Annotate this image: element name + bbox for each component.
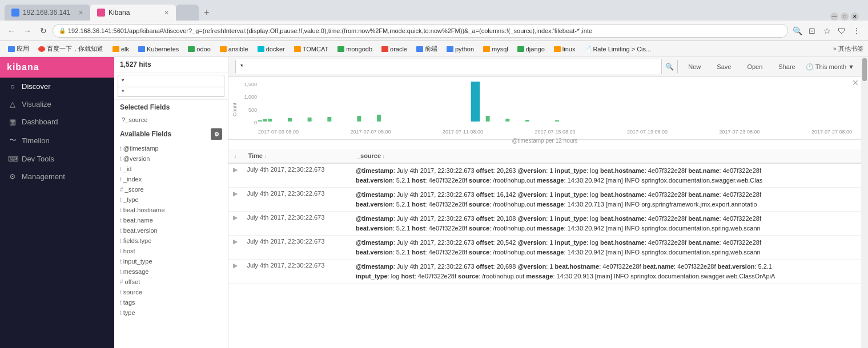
bookmark-mysql[interactable]: mysql (480, 44, 512, 54)
field-item-source[interactable]: tsource (114, 287, 228, 297)
bookmarks-more-button[interactable]: » 其他书签 (833, 44, 863, 53)
chart-close-button[interactable]: ✕ (852, 78, 859, 87)
browser-chrome: 192.168.36.141 ✕ Kibana ✕ + — □ ✕ ← → ↻ … (0, 0, 868, 57)
expand-icon[interactable]: ▶ (233, 190, 238, 197)
chart-area: 1,500 1,000 500 0 Count (228, 77, 861, 140)
scroll-thumb[interactable] (862, 58, 867, 81)
time-column-header[interactable]: Time (243, 149, 351, 163)
expand-cell[interactable]: ▶ (228, 212, 243, 236)
field-item-input-type[interactable]: tinput_type (114, 256, 228, 266)
bookmark-tomcat[interactable]: TOMCAT (291, 44, 332, 54)
field-item-beat-version[interactable]: tbeat.version (114, 225, 228, 236)
maximize-button[interactable]: □ (841, 13, 849, 21)
field-item-type[interactable]: t_type (114, 195, 228, 205)
save-button[interactable]: Save (711, 62, 737, 72)
new-tab-button[interactable]: + (199, 5, 215, 21)
bookmark-apps[interactable]: 应用 (5, 43, 33, 54)
message-type: t (120, 269, 122, 275)
sidebar-item-timelion[interactable]: 〜 Timelion (0, 131, 114, 150)
share-button[interactable]: Share (773, 62, 801, 72)
new-button[interactable]: New (682, 62, 706, 72)
svg-rect-11 (525, 120, 529, 122)
time-picker[interactable]: 🕐 This month ▼ (806, 63, 854, 71)
close-window-button[interactable]: ✕ (851, 13, 859, 21)
menu-icon[interactable]: ⋮ (850, 24, 863, 38)
time-cell: July 4th 2017, 22:30:22.673 (243, 236, 351, 260)
field-item-score[interactable]: #_score (114, 184, 228, 195)
source-cell: @timestamp: July 4th 2017, 22:30:22.673 … (351, 163, 861, 188)
bookmark-ansible-label: ansible (228, 46, 248, 52)
field-item-host[interactable]: thost (114, 246, 228, 256)
x-label-0715: 2017-07-15 08:00 (535, 129, 575, 135)
bookmark-elk-icon (112, 46, 119, 52)
address-bar[interactable]: 🔒 192.168.36.141:5601/app/kibana#/discov… (53, 24, 788, 38)
field-item-message[interactable]: tmessage (114, 266, 228, 277)
field-item-id[interactable]: t_id (114, 164, 228, 174)
sidebar-item-management[interactable]: ⚙ Management (0, 168, 114, 185)
tab-2[interactable]: Kibana ✕ (90, 5, 176, 21)
back-button[interactable]: ← (5, 24, 18, 38)
sidebar-item-management-label: Management (22, 172, 65, 181)
expand-icon[interactable]: ▶ (233, 214, 238, 221)
tab-1-close[interactable]: ✕ (78, 9, 83, 17)
field-item-index[interactable]: t_index (114, 174, 228, 184)
search-button[interactable]: 🔍 (661, 59, 677, 74)
bookmark-elk[interactable]: elk (109, 44, 132, 54)
field-item-source[interactable]: ?_source (114, 115, 228, 125)
bookmark-django[interactable]: django (514, 44, 548, 54)
bookmark-oracle[interactable]: oracle (378, 44, 411, 54)
host-type: t (120, 248, 122, 254)
expand-icon[interactable]: ▶ (233, 262, 238, 269)
field-search-input[interactable] (118, 75, 224, 87)
screenshot-icon[interactable]: ⊡ (805, 24, 819, 38)
bookmark-python[interactable]: python (443, 44, 477, 54)
bookmark-odoo[interactable]: odoo (184, 44, 214, 54)
expand-icon[interactable]: ▶ (233, 166, 238, 173)
refresh-button[interactable]: ↻ (37, 24, 50, 38)
clock-icon: 🕐 (806, 63, 814, 71)
tab-1[interactable]: 192.168.36.141 ✕ (5, 5, 90, 21)
bookmark-linux[interactable]: linux (550, 44, 579, 54)
search-icon[interactable]: 🔍 (790, 24, 804, 38)
bookmark-docker-icon (258, 46, 264, 52)
bookmark-baidu[interactable]: 百度一下，你就知道 (35, 43, 107, 54)
open-button[interactable]: Open (741, 62, 768, 72)
shield-icon[interactable]: 🛡 (835, 24, 849, 38)
gear-button[interactable]: ⚙ (211, 128, 222, 140)
field-item-offset[interactable]: #offset (114, 277, 228, 287)
right-scrollbar[interactable] (861, 57, 868, 348)
bookmark-mongodb[interactable]: mongodb (334, 44, 376, 54)
field-item-type2[interactable]: ttype (114, 307, 228, 318)
expand-cell[interactable]: ▶ (228, 260, 243, 284)
bookmark-kubernetes[interactable]: Kubernetes (135, 44, 182, 54)
expand-icon[interactable]: ▶ (233, 238, 238, 245)
field-item-beat-hostname[interactable]: tbeat.hostname (114, 205, 228, 215)
timestamp-type: t (120, 145, 122, 152)
field-item-fields-type[interactable]: tfields.type (114, 236, 228, 246)
field-item-tags[interactable]: ttags (114, 297, 228, 307)
field-item-beat-name[interactable]: tbeat.name (114, 215, 228, 225)
sidebar-item-devtools[interactable]: ⌨ Dev Tools (0, 150, 114, 168)
bookmark-icon[interactable]: ☆ (820, 24, 834, 38)
search-input[interactable] (236, 59, 661, 74)
time-cell: July 4th 2017, 22:30:22.673 (243, 212, 351, 236)
tab-3[interactable] (176, 5, 199, 21)
bookmark-ansible[interactable]: ansible (216, 44, 252, 54)
index-type: t (120, 176, 122, 183)
sidebar-item-discover[interactable]: ○ Discover (0, 78, 114, 95)
sidebar-item-visualize[interactable]: △ Visualize (0, 95, 114, 113)
bookmark-rate-limiting[interactable]: 📄 Rate Limiting > Cis... (581, 44, 654, 54)
tab-2-close[interactable]: ✕ (164, 9, 169, 17)
expand-cell[interactable]: ▶ (228, 188, 243, 212)
expand-cell[interactable]: ▶ (228, 236, 243, 260)
field-item-version[interactable]: t@version (114, 153, 228, 164)
bookmark-frontend[interactable]: 前端 (413, 43, 441, 54)
sidebar-item-dashboard[interactable]: ▦ Dashboard (0, 113, 114, 131)
field-item-timestamp[interactable]: t@timestamp (114, 143, 228, 153)
expand-cell[interactable]: ▶ (228, 163, 243, 188)
source-column-header[interactable]: _source (351, 149, 861, 163)
bookmark-baidu-label: 百度一下，你就知道 (47, 44, 103, 53)
forward-button[interactable]: → (21, 24, 34, 38)
minimize-button[interactable]: — (830, 13, 838, 21)
bookmark-docker[interactable]: docker (254, 44, 288, 54)
